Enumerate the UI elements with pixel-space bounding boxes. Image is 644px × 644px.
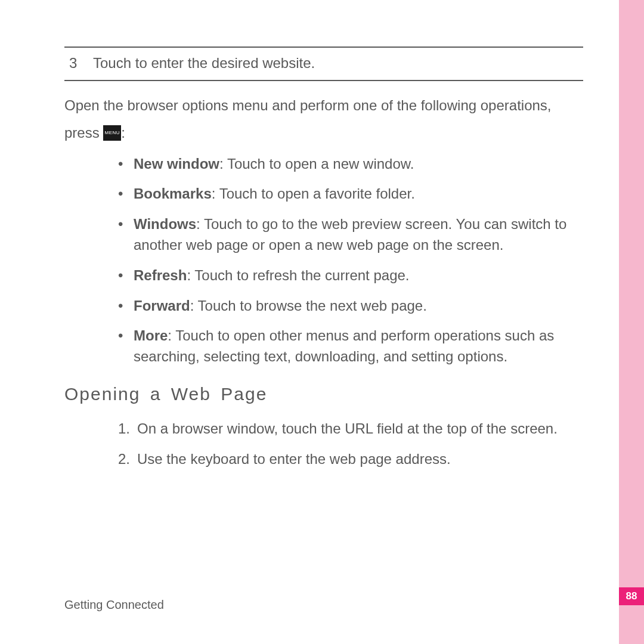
option-label: Forward [134, 298, 190, 314]
page-content: 3 Touch to enter the desired website. Op… [64, 47, 583, 479]
page-number-tab: 88 [619, 587, 644, 605]
list-item: Refresh: Touch to refresh the current pa… [118, 265, 583, 286]
list-item: Bookmarks: Touch to open a favorite fold… [118, 184, 583, 205]
intro-text-before: Open the browser options menu and perfor… [64, 97, 552, 141]
intro-paragraph: Open the browser options menu and perfor… [64, 92, 583, 146]
side-stripe [619, 0, 644, 644]
list-item: On a browser window, touch the URL field… [118, 419, 583, 439]
options-list: New window: Touch to open a new window. … [118, 154, 583, 367]
option-label: Bookmarks [134, 185, 212, 202]
list-item: Forward: Touch to browse the next web pa… [118, 296, 583, 317]
option-text: : Touch to open a new window. [219, 156, 414, 172]
option-label: Refresh [134, 267, 187, 283]
option-text: : Touch to go to the web preview screen.… [134, 216, 566, 253]
steps-list: On a browser window, touch the URL field… [118, 419, 583, 470]
option-label: New window [134, 156, 219, 172]
option-text: : Touch to refresh the current page. [187, 267, 409, 283]
menu-key-icon: MENU [103, 125, 121, 141]
list-item: More: Touch to open other menus and perf… [118, 326, 583, 367]
option-text: : Touch to open other menus and perform … [134, 327, 554, 364]
option-text: : Touch to browse the next web page. [190, 298, 427, 314]
intro-text-after: : [121, 125, 125, 141]
list-item: New window: Touch to open a new window. [118, 154, 583, 175]
option-text: : Touch to open a favorite folder. [212, 185, 415, 202]
section-heading: Opening a Web Page [64, 384, 583, 404]
numbered-step-row: 3 Touch to enter the desired website. [64, 47, 583, 81]
option-label: Windows [134, 216, 196, 232]
footer-section-label: Getting Connected [64, 598, 164, 612]
list-item: Use the keyboard to enter the web page a… [118, 449, 583, 470]
option-label: More [134, 327, 168, 343]
list-item: Windows: Touch to go to the web preview … [118, 214, 583, 256]
step-number: 3 [64, 47, 88, 80]
step-text: Touch to enter the desired website. [88, 47, 583, 80]
